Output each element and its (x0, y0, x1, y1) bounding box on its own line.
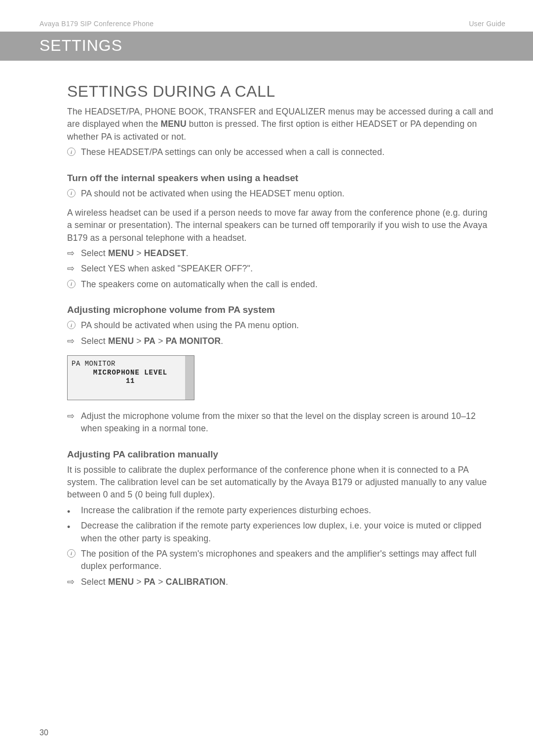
lcd-line2: MICROPHONE LEVEL (72, 369, 189, 377)
lcd-display: PA MONITOR MICROPHONE LEVEL 11 (67, 355, 194, 400)
info-icon: i (67, 278, 81, 288)
section-banner: SETTINGS (0, 32, 533, 61)
info-icon: i (67, 146, 81, 156)
info-row: i The position of the PA system's microp… (67, 548, 494, 573)
paragraph: A wireless headset can be used if a pers… (67, 207, 494, 244)
running-header: Avaya B179 SIP Conference Phone User Gui… (0, 0, 533, 28)
step-row: ⇨ Adjust the microphone volume from the … (67, 410, 494, 435)
info-row: i These HEADSET/PA settings can only be … (67, 146, 494, 158)
step-row: ⇨ Select MENU > HEADSET. (67, 247, 494, 260)
subheading-3: Adjusting PA calibration manually (67, 449, 494, 460)
info-text: The speakers come on automatically when … (81, 278, 494, 291)
lcd-line1: PA MONITOR (72, 360, 189, 368)
step-text: Select MENU > PA > PA MONITOR. (81, 335, 494, 347)
bullet-icon: • (67, 520, 81, 531)
info-icon: i (67, 548, 81, 558)
info-text: These HEADSET/PA settings can only be ac… (81, 146, 494, 158)
intro-menu-bold: MENU (160, 119, 186, 129)
page: Avaya B179 SIP Conference Phone User Gui… (0, 0, 533, 756)
info-row: i PA should be activated when using the … (67, 319, 494, 332)
arrow-icon: ⇨ (67, 410, 81, 420)
banner-title: SETTINGS (39, 37, 533, 55)
info-text: PA should be activated when using the PA… (81, 319, 494, 332)
step-text: Adjust the microphone volume from the mi… (81, 410, 494, 435)
info-row: i PA should not be activated when using … (67, 188, 494, 200)
step-row: ⇨ Select MENU > PA > PA MONITOR. (67, 335, 494, 347)
step-text: Select MENU > PA > CALIBRATION. (81, 576, 494, 588)
info-icon: i (67, 188, 81, 197)
step-row: ⇨ Select MENU > PA > CALIBRATION. (67, 576, 494, 588)
arrow-icon: ⇨ (67, 335, 81, 345)
bullet-text: Decrease the calibration if the remote p… (81, 520, 494, 545)
arrow-icon: ⇨ (67, 576, 81, 586)
info-row: i The speakers come on automatically whe… (67, 278, 494, 291)
subheading-1: Turn off the internal speakers when usin… (67, 173, 494, 184)
header-right: User Guide (469, 20, 505, 28)
subheading-2: Adjusting microphone volume from PA syst… (67, 304, 494, 315)
step-text: Select YES when asked "SPEAKER OFF?". (81, 263, 494, 275)
info-text: PA should not be activated when using th… (81, 188, 494, 200)
page-title: SETTINGS DURING A CALL (67, 82, 494, 101)
bullet-icon: • (67, 504, 81, 516)
content: SETTINGS DURING A CALL The HEADSET/PA, P… (0, 82, 533, 588)
page-number: 30 (39, 728, 48, 737)
arrow-icon: ⇨ (67, 247, 81, 258)
header-left: Avaya B179 SIP Conference Phone (39, 20, 153, 28)
paragraph: It is possible to calibrate the duplex p… (67, 464, 494, 501)
arrow-icon: ⇨ (67, 263, 81, 273)
bullet-text: Increase the calibration if the remote p… (81, 504, 494, 517)
bullet-row: • Increase the calibration if the remote… (67, 504, 494, 517)
info-text: The position of the PA system's micropho… (81, 548, 494, 573)
lcd-line3: 11 (72, 377, 189, 385)
info-icon: i (67, 319, 81, 329)
intro-paragraph: The HEADSET/PA, PHONE BOOK, TRANSFER and… (67, 106, 494, 143)
step-text: Select MENU > HEADSET. (81, 247, 494, 260)
bullet-row: • Decrease the calibration if the remote… (67, 520, 494, 545)
step-row: ⇨ Select YES when asked "SPEAKER OFF?". (67, 263, 494, 275)
